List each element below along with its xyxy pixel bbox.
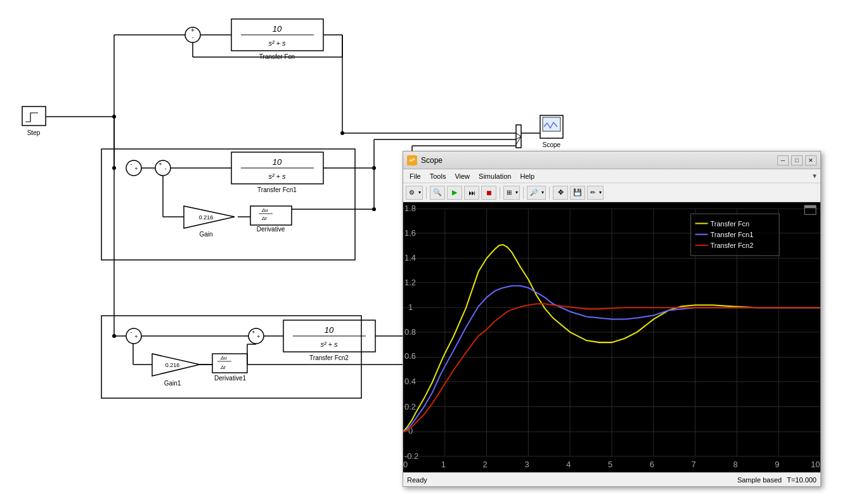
scope-statusbar: Ready Sample based T=10.000 (403, 472, 820, 486)
svg-text:1: 1 (441, 460, 446, 469)
save-button[interactable]: 💾 (570, 186, 585, 200)
toolbar-separator-4 (549, 186, 550, 199)
svg-point-58 (155, 160, 171, 176)
svg-text:.: . (186, 30, 188, 36)
svg-text:+: + (134, 333, 138, 340)
svg-text:-: - (131, 161, 132, 167)
svg-point-41 (372, 207, 376, 211)
pan-button[interactable]: ✥ (553, 186, 568, 200)
scope-titlebar: Scope ─ □ ✕ (403, 152, 820, 169)
scope-window[interactable]: Scope ─ □ ✕ File Tools View Simulation H… (403, 151, 821, 487)
svg-text:9: 9 (775, 460, 779, 469)
menu-tools[interactable]: Tools (426, 171, 450, 181)
svg-text:0.2: 0.2 (404, 401, 416, 411)
svg-text:+: + (252, 329, 255, 335)
svg-text:5: 5 (608, 460, 612, 469)
scope-title: Scope (421, 156, 773, 165)
menu-file[interactable]: File (406, 171, 425, 181)
svg-text:Transfer Fcn: Transfer Fcn (711, 219, 750, 227)
svg-text:0.8: 0.8 (404, 327, 416, 337)
svg-point-55 (126, 160, 141, 176)
svg-text:8: 8 (733, 460, 737, 469)
svg-text:-: - (165, 165, 167, 172)
close-button[interactable]: ✕ (805, 155, 817, 165)
svg-text:Derivative1: Derivative1 (214, 375, 246, 382)
svg-rect-66 (250, 206, 292, 225)
svg-text:+: + (257, 333, 260, 340)
svg-text:Transfer Fcn2: Transfer Fcn2 (711, 242, 754, 249)
svg-point-40 (372, 166, 376, 170)
menu-help[interactable]: Help (516, 171, 538, 181)
svg-text:Scope: Scope (543, 141, 561, 148)
svg-text:Transfer Fcn: Transfer Fcn (259, 53, 295, 60)
stop-button[interactable]: ⏹ (481, 186, 496, 200)
svg-text:1.2: 1.2 (404, 278, 416, 287)
svg-text:-: - (131, 329, 132, 335)
svg-text:6: 6 (650, 460, 654, 469)
zoom-in-button[interactable]: 🔍 (430, 186, 445, 200)
svg-text:0.216: 0.216 (165, 362, 180, 368)
play-button[interactable]: ▶ (447, 186, 462, 200)
svg-text:s² + s: s² + s (268, 172, 286, 180)
svg-text:10: 10 (273, 157, 282, 167)
minimize-button[interactable]: ─ (777, 155, 789, 165)
scope-icon (407, 155, 417, 165)
svg-rect-79 (543, 117, 560, 131)
svg-rect-159 (805, 205, 816, 208)
svg-text:10: 10 (273, 24, 282, 34)
svg-text:1.8: 1.8 (404, 204, 416, 213)
svg-text:+: + (134, 165, 138, 172)
svg-text:1.6: 1.6 (404, 228, 416, 238)
scope-window-controls: ─ □ ✕ (777, 155, 817, 165)
svg-text:2: 2 (483, 460, 488, 469)
toolbar-separator-1 (426, 186, 427, 199)
svg-text:10: 10 (811, 460, 820, 469)
settings-dropdown[interactable]: ⚙▾ (406, 186, 423, 200)
scope-plot-svg: -0.2 0 0.2 0.4 0.6 0.8 1 1.2 1.4 1.6 1.8… (403, 202, 820, 472)
svg-text:3: 3 (524, 460, 529, 469)
svg-rect-74 (516, 125, 521, 148)
svg-text:7: 7 (692, 460, 696, 469)
scope-menu-collapse-arrow[interactable]: ▼ (811, 172, 818, 179)
scope-menubar: File Tools View Simulation Help ▼ (403, 169, 820, 183)
status-time-text: T=10.000 (787, 476, 817, 484)
config-dropdown[interactable]: ✏▾ (587, 186, 604, 200)
svg-text:Δu: Δu (261, 207, 268, 213)
svg-text:Transfer Fcn2: Transfer Fcn2 (309, 354, 349, 361)
svg-point-85 (249, 328, 264, 344)
zoom-dropdown[interactable]: 🔎▾ (527, 186, 546, 200)
svg-point-103 (112, 334, 116, 338)
menu-view[interactable]: View (451, 171, 474, 181)
scope-toolbar: ⚙▾ 🔍 ▶ ⏭ ⏹ ⊞▾ 🔎▾ ✥ 💾 ✏▾ (403, 183, 820, 202)
svg-text:Δt: Δt (220, 365, 226, 370)
svg-text:s² + s: s² + s (320, 340, 338, 348)
svg-text:Gain: Gain (199, 231, 212, 238)
svg-text:Transfer Fcn1: Transfer Fcn1 (711, 231, 754, 238)
step-forward-button[interactable]: ⏭ (464, 186, 479, 200)
svg-text:+: + (191, 27, 195, 34)
svg-rect-96 (212, 354, 247, 373)
svg-text:Δu: Δu (220, 355, 227, 361)
svg-text:0.216: 0.216 (199, 214, 214, 221)
svg-text:1.4: 1.4 (404, 253, 416, 262)
svg-point-39 (340, 131, 344, 135)
svg-text:-: - (192, 34, 194, 41)
toolbar-separator-3 (523, 186, 524, 199)
autoscale-dropdown[interactable]: ⊞▾ (503, 186, 520, 200)
svg-text:0.4: 0.4 (404, 377, 416, 386)
toolbar-separator-2 (500, 186, 500, 199)
svg-text:s² + s: s² + s (268, 39, 286, 47)
menu-simulation[interactable]: Simulation (475, 171, 515, 181)
scope-plot-area: -0.2 0 0.2 0.4 0.6 0.8 1 1.2 1.4 1.6 1.8… (403, 202, 820, 472)
status-ready-text: Ready (407, 476, 737, 484)
svg-point-82 (126, 328, 141, 344)
svg-text:+: + (158, 161, 162, 167)
svg-text:4: 4 (566, 460, 571, 469)
svg-text:0.6: 0.6 (404, 351, 416, 361)
svg-text:10: 10 (325, 325, 334, 335)
svg-text:Derivative: Derivative (257, 226, 285, 233)
svg-text:Δt: Δt (261, 216, 267, 221)
status-sample-text: Sample based (737, 476, 782, 484)
maximize-button[interactable]: □ (791, 155, 803, 165)
svg-text:Transfer Fcn1: Transfer Fcn1 (257, 186, 297, 193)
